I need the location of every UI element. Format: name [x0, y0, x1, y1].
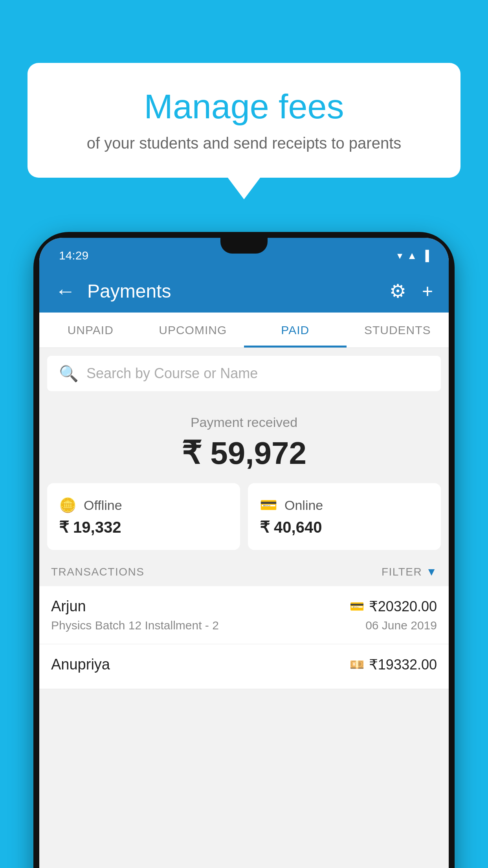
- online-amount: ₹ 40,640: [260, 518, 429, 536]
- phone: 14:29 ▾ ▲ ▐ ← Payments ⚙ + UNPAID: [33, 232, 455, 868]
- transaction-amount-2: ₹19332.00: [369, 657, 437, 673]
- transaction-icon-2: 💴: [350, 658, 364, 671]
- transaction-date-1: 06 June 2019: [365, 619, 437, 632]
- transaction-course-1: Physics Batch 12 Installment - 2: [51, 619, 219, 632]
- phone-screen: 14:29 ▾ ▲ ▐ ← Payments ⚙ + UNPAID: [39, 238, 449, 868]
- transactions-header: TRANSACTIONS FILTER ▼: [39, 558, 449, 586]
- back-button[interactable]: ←: [55, 279, 75, 303]
- transactions-label: TRANSACTIONS: [51, 566, 144, 578]
- t-amount-wrap-2: 💴 ₹19332.00: [350, 657, 437, 673]
- offline-label: Offline: [84, 498, 122, 513]
- transaction-amount-1: ₹20320.00: [369, 598, 437, 615]
- tabs: UNPAID UPCOMING PAID STUDENTS: [39, 313, 449, 348]
- speech-bubble: Manage fees of your students and send re…: [28, 63, 460, 178]
- payment-summary: Payment received ₹ 59,972: [39, 399, 449, 483]
- add-icon[interactable]: +: [422, 280, 433, 302]
- t-amount-wrap-1: 💳 ₹20320.00: [350, 598, 437, 615]
- transaction-name-2: Anupriya: [51, 656, 110, 673]
- bubble-title: Manage fees: [47, 86, 441, 127]
- app-body: 🔍 Search by Course or Name Payment recei…: [39, 356, 449, 868]
- status-time: 14:29: [59, 249, 88, 262]
- payment-received-label: Payment received: [51, 415, 437, 430]
- online-card: 💳 Online ₹ 40,640: [248, 483, 441, 550]
- offline-amount: ₹ 19,332: [59, 518, 228, 536]
- bubble-subtitle: of your students and send receipts to pa…: [47, 134, 441, 152]
- transaction-row-1[interactable]: Arjun 💳 ₹20320.00 Physics Batch 12 Insta…: [39, 586, 449, 644]
- app-header: ← Payments ⚙ +: [39, 269, 449, 313]
- battery-icon: ▐: [422, 250, 429, 262]
- filter-label: FILTER: [382, 566, 422, 578]
- offline-card: 🪙 Offline ₹ 19,332: [47, 483, 240, 550]
- wifi-icon: ▾: [397, 250, 402, 262]
- online-icon: 💳: [260, 497, 277, 513]
- tab-students[interactable]: STUDENTS: [347, 313, 449, 348]
- search-bar[interactable]: 🔍 Search by Course or Name: [47, 356, 441, 391]
- transaction-icon-1: 💳: [350, 600, 364, 613]
- tab-unpaid[interactable]: UNPAID: [39, 313, 142, 348]
- page-title: Payments: [87, 280, 378, 302]
- filter-icon: ▼: [426, 566, 437, 578]
- tab-upcoming[interactable]: UPCOMING: [142, 313, 244, 348]
- settings-icon[interactable]: ⚙: [389, 280, 406, 302]
- transaction-row-2[interactable]: Anupriya 💴 ₹19332.00: [39, 644, 449, 689]
- header-actions: ⚙ +: [389, 280, 433, 302]
- payment-received-amount: ₹ 59,972: [51, 435, 437, 471]
- search-icon: 🔍: [59, 364, 79, 383]
- tab-paid[interactable]: PAID: [244, 313, 347, 348]
- offline-icon: 🪙: [59, 497, 77, 513]
- online-label: Online: [284, 498, 323, 513]
- filter-wrap[interactable]: FILTER ▼: [382, 566, 437, 578]
- status-icons: ▾ ▲ ▐: [397, 250, 429, 262]
- search-input[interactable]: Search by Course or Name: [86, 365, 258, 382]
- status-bar: 14:29 ▾ ▲ ▐: [39, 238, 449, 269]
- signal-icon: ▲: [407, 250, 417, 262]
- payment-cards: 🪙 Offline ₹ 19,332 💳 Online ₹ 40,640: [39, 483, 449, 558]
- notch: [220, 238, 268, 254]
- phone-wrapper: 14:29 ▾ ▲ ▐ ← Payments ⚙ + UNPAID: [33, 232, 455, 868]
- transaction-name-1: Arjun: [51, 598, 86, 615]
